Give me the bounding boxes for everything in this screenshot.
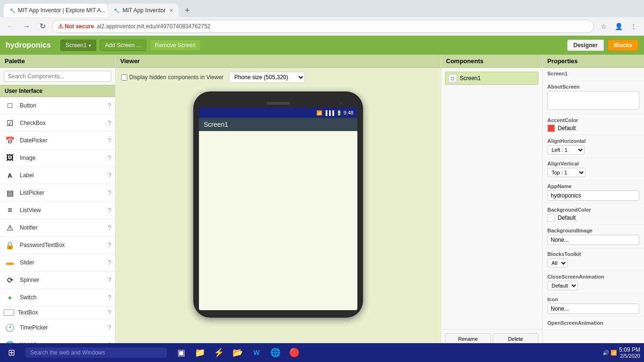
list-item[interactable]: A Label ? bbox=[0, 167, 115, 184]
start-button[interactable]: ⊞ bbox=[0, 343, 23, 362]
bg-color-group: BackgroundColor Default bbox=[543, 204, 644, 225]
toolbar-icons: ☆ 👤 ⋮ bbox=[597, 20, 640, 33]
back-button[interactable]: ← bbox=[4, 20, 17, 33]
designer-button[interactable]: Designer bbox=[567, 40, 603, 51]
accent-color-swatch[interactable]: Default bbox=[547, 124, 639, 132]
list-item[interactable]: 🔒 PasswordTextBox ? bbox=[0, 237, 115, 254]
list-item[interactable]: ▤ ListPicker ? bbox=[0, 184, 115, 202]
screen1-dropdown[interactable]: Screen1 ▾ bbox=[60, 40, 96, 51]
inactive-tab[interactable]: 🔧 MIT App Inventor × bbox=[107, 4, 179, 17]
label-help-icon[interactable]: ? bbox=[107, 172, 111, 179]
list-item[interactable]: ≡ ListView ? bbox=[0, 202, 115, 219]
image-label: Image bbox=[20, 155, 107, 161]
list-item[interactable]: □ Button ? bbox=[0, 97, 115, 115]
image-icon: 🖼 bbox=[4, 152, 16, 164]
blocks-button[interactable]: Blocks bbox=[608, 40, 638, 51]
phone-wifi-icon: 📶 bbox=[316, 110, 322, 115]
notifier-help-icon[interactable]: ? bbox=[107, 224, 111, 231]
star-icon[interactable]: ☆ bbox=[597, 20, 610, 33]
taskbar-right: 🔊 📶 5:09 PM 2/5/2020 bbox=[603, 346, 644, 359]
icon-label: Icon bbox=[547, 296, 639, 302]
list-item[interactable]: 🖼 Image ? bbox=[0, 149, 115, 167]
components-panel: Components □ Screen1 Rename Delete Media bbox=[441, 55, 543, 362]
phone-speaker bbox=[266, 102, 290, 105]
datepicker-help-icon[interactable]: ? bbox=[107, 137, 111, 144]
palette-panel: Palette User Interface □ Button ? ☑ Chec… bbox=[0, 55, 116, 362]
listview-help-icon[interactable]: ? bbox=[107, 206, 111, 214]
image-help-icon[interactable]: ? bbox=[107, 154, 111, 162]
bg-image-input[interactable] bbox=[547, 235, 639, 245]
list-item[interactable]: ● Switch ? bbox=[0, 289, 115, 306]
align-vertical-select[interactable]: Top : 1 Center : 2 Bottom : 3 bbox=[547, 168, 586, 177]
tab-bar: 🔧 MIT App Inventor | Explore MIT A... × … bbox=[0, 0, 644, 17]
phone-size-select[interactable]: Phone size (505,320) Tablet size (1024,7… bbox=[229, 72, 305, 83]
add-screen-button[interactable]: Add Screen ... bbox=[100, 40, 146, 51]
switch-help-icon[interactable]: ? bbox=[107, 294, 111, 301]
list-item[interactable]: ⚠ Notifier ? bbox=[0, 219, 115, 237]
list-item[interactable]: 📅 DatePicker ? bbox=[0, 132, 115, 149]
taskbar-app-bolt[interactable]: ⚡ bbox=[210, 344, 227, 361]
taskbar-search[interactable] bbox=[25, 347, 167, 358]
taskbar-app-opera[interactable]: 🔴 bbox=[286, 344, 303, 361]
tab2-close[interactable]: × bbox=[169, 7, 173, 14]
notifier-icon: ⚠ bbox=[4, 222, 16, 234]
spinner-label: Spinner bbox=[20, 277, 107, 283]
component-list: □ Button ? ☑ CheckBox ? 📅 DatePicker ? 🖼… bbox=[0, 97, 115, 362]
slider-help-icon[interactable]: ? bbox=[107, 259, 111, 266]
about-screen-input[interactable] bbox=[547, 91, 639, 110]
viewer-header: Viewer bbox=[116, 55, 441, 68]
list-item[interactable]: 🕐 TimePicker ? bbox=[0, 319, 115, 337]
app-name-input[interactable] bbox=[547, 190, 639, 201]
accent-color-box bbox=[547, 124, 555, 132]
new-tab-button[interactable]: + bbox=[181, 4, 194, 17]
list-item[interactable]: ⟳ Spinner ? bbox=[0, 272, 115, 289]
spinner-help-icon[interactable]: ? bbox=[107, 276, 111, 284]
textbox-help-icon[interactable]: ? bbox=[107, 309, 111, 316]
phone-top bbox=[199, 99, 357, 107]
accent-color-label: AccentColor bbox=[547, 117, 639, 123]
listpicker-help-icon[interactable]: ? bbox=[107, 189, 111, 197]
blocks-toolkit-select[interactable]: All bbox=[547, 258, 568, 268]
remove-screen-button[interactable]: Remove Screen bbox=[150, 40, 201, 51]
bg-color-swatch[interactable]: Default bbox=[547, 214, 639, 222]
forward-button[interactable]: → bbox=[20, 20, 33, 33]
display-hidden-checkbox[interactable] bbox=[121, 74, 127, 81]
screen1-tree-item[interactable]: □ Screen1 bbox=[445, 72, 538, 85]
display-hidden-label[interactable]: Display hidden components in Viewer bbox=[121, 74, 223, 81]
close-anim-select[interactable]: Default bbox=[547, 281, 578, 290]
menu-icon[interactable]: ⋮ bbox=[627, 20, 640, 33]
properties-header: Properties bbox=[543, 55, 644, 68]
phone-frame: 📶 ▐▐▐ 🔋 9:48 Screen1 bbox=[193, 91, 363, 318]
list-item[interactable]: ▬ Slider ? bbox=[0, 254, 115, 272]
bg-color-label: BackgroundColor bbox=[547, 207, 639, 213]
bg-color-box bbox=[547, 214, 555, 222]
viewer-controls: Display hidden components in Viewer Phon… bbox=[116, 68, 441, 87]
list-item[interactable]: ☑ CheckBox ? bbox=[0, 115, 115, 132]
align-horizontal-select[interactable]: Left : 1 Center : 3 Right : 2 bbox=[547, 145, 585, 155]
taskbar-app-explorer[interactable]: 📂 bbox=[229, 344, 246, 361]
taskbar-app-chrome[interactable]: 🌐 bbox=[267, 344, 284, 361]
tab1-favicon: 🔧 bbox=[9, 7, 15, 14]
phone-content[interactable] bbox=[199, 131, 357, 310]
phone-status-bar: 📶 ▐▐▐ 🔋 9:48 bbox=[199, 107, 357, 118]
timepicker-label: TimePicker bbox=[20, 324, 107, 331]
timepicker-help-icon[interactable]: ? bbox=[107, 324, 111, 331]
taskbar-app-files[interactable]: ▣ bbox=[173, 344, 190, 361]
button-help-icon[interactable]: ? bbox=[107, 102, 111, 109]
address-bar[interactable]: ⚠ Not secure ai2.appinventor.mit.edu/#49… bbox=[52, 20, 594, 33]
profile-icon[interactable]: 👤 bbox=[612, 20, 625, 33]
icon-input[interactable] bbox=[547, 304, 639, 314]
active-tab[interactable]: 🔧 MIT App Inventor | Explore MIT A... × bbox=[4, 4, 107, 17]
taskbar-app-folder[interactable]: 📁 bbox=[191, 344, 208, 361]
taskbar-app-word[interactable]: W bbox=[248, 344, 265, 361]
list-item[interactable]: TextBox ? bbox=[0, 306, 115, 319]
search-components-input[interactable] bbox=[4, 71, 111, 82]
taskbar-search-input[interactable] bbox=[25, 347, 167, 358]
passwordtextbox-help-icon[interactable]: ? bbox=[107, 241, 111, 249]
phone-screen-title: Screen1 bbox=[204, 121, 228, 128]
checkbox-help-icon[interactable]: ? bbox=[107, 119, 111, 127]
viewer-canvas: 📶 ▐▐▐ 🔋 9:48 Screen1 bbox=[116, 87, 441, 362]
refresh-button[interactable]: ↻ bbox=[36, 20, 49, 33]
blocks-toolkit-group: BlocksToolkit All bbox=[543, 248, 644, 271]
bg-image-label: BackgroundImage bbox=[547, 228, 639, 233]
